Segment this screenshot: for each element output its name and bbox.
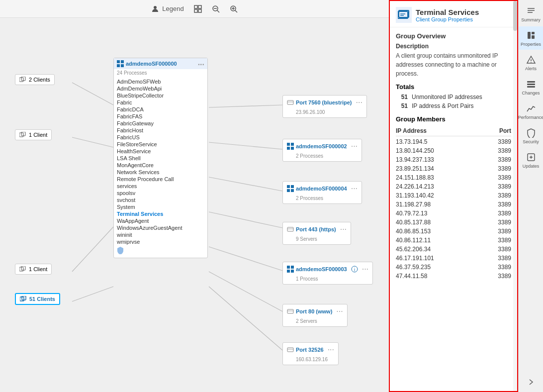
zoom-out-button[interactable] bbox=[212, 5, 220, 13]
svg-rect-70 bbox=[527, 84, 535, 85]
port-icon-80 bbox=[287, 308, 294, 315]
member-port: 3389 bbox=[486, 156, 511, 163]
main-server-node[interactable]: admdemoSF000000 ··· 24 Processes AdmDemo… bbox=[113, 58, 208, 258]
process-item: BlueStripeCollector bbox=[117, 92, 204, 99]
server2-more-dots[interactable]: ··· bbox=[351, 142, 358, 151]
properties-panel: Terminal Services Client Group Propertie… bbox=[389, 0, 518, 392]
svg-rect-66 bbox=[532, 35, 535, 39]
sidebar-item-properties[interactable]: Properties bbox=[519, 26, 543, 50]
panel-title-group: Terminal Services Client Group Propertie… bbox=[416, 8, 479, 22]
client-box-3[interactable]: 1 Client bbox=[15, 264, 52, 275]
member-port: 3389 bbox=[486, 228, 511, 235]
server-more-dots[interactable]: ··· bbox=[356, 98, 362, 107]
server-443-more-dots[interactable]: ··· bbox=[340, 225, 347, 234]
more-menu-dots[interactable]: ··· bbox=[198, 60, 204, 69]
server-admdemo3[interactable]: admdemoSF000003 i ··· 1 Process bbox=[282, 262, 373, 285]
client-box-1[interactable]: 2 Clients bbox=[15, 74, 55, 85]
process-item: wmiprvse bbox=[117, 238, 204, 245]
member-row: 47.44.11.583389 bbox=[396, 272, 511, 281]
sidebar-summary-label: Summary bbox=[521, 17, 541, 22]
sidebar-item-summary[interactable]: Summary bbox=[519, 2, 543, 25]
server-port-32526[interactable]: Port 32526 ··· 160.63.129.16 bbox=[282, 342, 339, 365]
process-item: HealthService bbox=[117, 148, 204, 155]
member-ip: 40.86.112.11 bbox=[396, 237, 486, 244]
process-item: AdmDemoWebApi bbox=[117, 85, 204, 92]
client-label-3: 1 Client bbox=[29, 266, 47, 272]
member-ip: 47.44.11.58 bbox=[396, 273, 486, 280]
member-row: 46.17.191.1013389 bbox=[396, 254, 511, 263]
svg-rect-39 bbox=[287, 147, 290, 150]
security-icon bbox=[526, 128, 536, 138]
changes-icon bbox=[526, 79, 536, 89]
col-header-port: Port bbox=[486, 127, 511, 134]
svg-rect-3 bbox=[194, 9, 197, 12]
svg-rect-44 bbox=[291, 189, 294, 192]
process-item: Network Services bbox=[117, 169, 204, 176]
server-sub-7560: 23.96.26.100 bbox=[287, 109, 325, 115]
process-item: LSA Shell bbox=[117, 155, 204, 162]
member-port: 3389 bbox=[486, 183, 511, 190]
svg-rect-35 bbox=[287, 100, 293, 104]
member-row: 24.151.188.833389 bbox=[396, 173, 511, 182]
svg-rect-1 bbox=[194, 5, 197, 8]
server4-more-dots[interactable]: ··· bbox=[351, 184, 358, 193]
client-group-icon bbox=[19, 77, 26, 83]
server-port-80[interactable]: Port 80 (www) ··· 2 Servers bbox=[282, 304, 348, 327]
sidebar-item-performance[interactable]: Performance bbox=[519, 99, 543, 123]
process-shield-icon bbox=[117, 245, 204, 256]
main-node-subtitle: 24 Processes bbox=[114, 69, 207, 77]
server-32526-more-dots[interactable]: ··· bbox=[328, 345, 334, 354]
svg-line-13 bbox=[72, 137, 113, 147]
process-item: FabricGateway bbox=[117, 120, 204, 127]
client-box-4-highlighted[interactable]: 51 Clients bbox=[15, 293, 60, 305]
server3-header: admdemoSF000003 i ··· bbox=[287, 265, 368, 274]
server3-more-dots[interactable]: ··· bbox=[362, 265, 368, 274]
process-item: FileStoreService bbox=[117, 141, 204, 148]
sidebar-performance-label: Performance bbox=[518, 115, 543, 120]
grid-button[interactable] bbox=[194, 5, 202, 13]
member-row: 40.85.137.883389 bbox=[396, 218, 511, 227]
process-item: spoolsv bbox=[117, 190, 204, 196]
server-port-443[interactable]: Port 443 (https) ··· 9 Servers bbox=[282, 222, 351, 245]
server-admdemo2[interactable]: admdemoSF000002 ··· 2 Processes bbox=[282, 139, 362, 162]
member-ip: 24.226.14.213 bbox=[396, 183, 486, 190]
process-item: WindowsAzureGuestAgent bbox=[117, 224, 204, 231]
member-port: 3389 bbox=[486, 264, 511, 271]
zoom-in-icon bbox=[230, 5, 238, 13]
svg-rect-34 bbox=[121, 64, 124, 67]
member-ip: 13.73.194.5 bbox=[396, 138, 486, 145]
zoom-in-button[interactable] bbox=[230, 5, 238, 13]
member-port: 3389 bbox=[486, 192, 511, 199]
sidebar: Summary Properties Alerts Changes Perfor… bbox=[518, 0, 543, 392]
member-ip: 40.79.72.13 bbox=[396, 210, 486, 217]
process-item: WaAppAgent bbox=[117, 217, 204, 224]
members-section: Group Members IP Address Port 13.73.194.… bbox=[396, 115, 511, 281]
server-80-more-dots[interactable]: ··· bbox=[336, 307, 343, 316]
port-icon bbox=[287, 99, 294, 106]
svg-rect-33 bbox=[117, 64, 120, 67]
sidebar-item-security[interactable]: Security bbox=[519, 124, 543, 147]
legend-button[interactable]: Legend bbox=[151, 5, 183, 13]
panel-content[interactable]: Group Overview Description A client grou… bbox=[390, 27, 517, 391]
sidebar-item-changes[interactable]: Changes bbox=[519, 75, 543, 98]
process-item: System bbox=[117, 203, 204, 210]
server-admdemo4[interactable]: admdemoSF000004 ··· 2 Processes bbox=[282, 181, 362, 204]
sidebar-item-updates[interactable]: Updates bbox=[519, 148, 543, 172]
client-label-4: 51 Clients bbox=[29, 296, 55, 302]
sidebar-item-alerts[interactable]: Alerts bbox=[519, 51, 543, 74]
server-port-7560[interactable]: Port 7560 (bluestripe) ··· 23.96.26.100 bbox=[282, 95, 367, 118]
member-row: 23.89.251.1343389 bbox=[396, 164, 511, 173]
members-rows-container: 13.73.194.5338913.80.144.250338913.94.23… bbox=[396, 137, 511, 281]
client-label-1: 2 Clients bbox=[29, 77, 50, 83]
process-item: wininit bbox=[117, 231, 204, 238]
member-row: 13.73.194.53389 bbox=[396, 137, 511, 146]
client-label-2: 1 Client bbox=[29, 132, 47, 138]
member-port: 3389 bbox=[486, 246, 511, 253]
server-80-sub: 2 Servers bbox=[287, 318, 317, 324]
expand-button[interactable] bbox=[527, 374, 535, 392]
svg-line-14 bbox=[72, 227, 113, 272]
client-box-2[interactable]: 1 Client bbox=[15, 129, 52, 140]
process-item: FabricUS bbox=[117, 134, 204, 141]
toolbar: Legend bbox=[0, 0, 389, 18]
member-row: 40.79.72.133389 bbox=[396, 209, 511, 218]
